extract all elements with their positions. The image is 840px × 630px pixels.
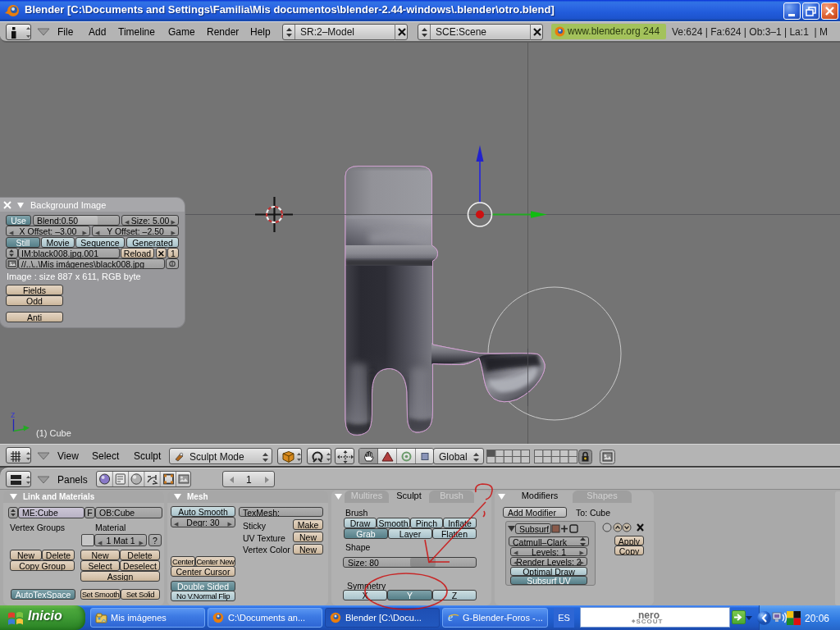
svg-text:z: z bbox=[11, 409, 16, 419]
svg-text:(1) Cube: (1) Cube bbox=[36, 428, 71, 438]
svg-text:e: e bbox=[448, 611, 453, 623]
